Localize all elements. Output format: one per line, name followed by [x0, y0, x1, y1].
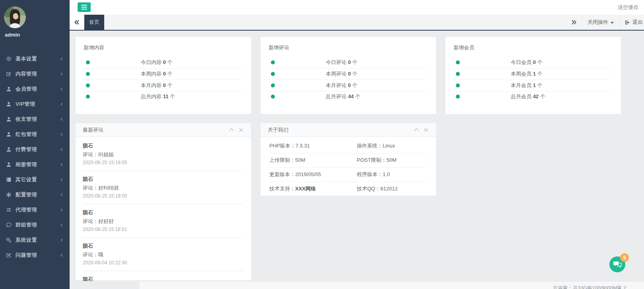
stat-row-text: 总共评论 44 个 [326, 93, 360, 100]
tab-bar: 首页 关闭操作 退出 [70, 15, 644, 31]
sidebar-item-5[interactable]: 红包管理 [0, 127, 70, 142]
collapse-button[interactable] [414, 128, 419, 132]
sidebar-item-12[interactable]: 系统设置 [0, 233, 70, 248]
sidebar-item-6[interactable]: 付费管理 [0, 142, 70, 157]
exchange-icon [6, 207, 12, 213]
sidebar-item-8[interactable]: 其它设置 [0, 172, 70, 187]
tab-home[interactable]: 首页 [84, 15, 104, 30]
stat-row-text: 本周评论 0 个 [326, 70, 357, 78]
sidebar-item-9[interactable]: 配置管理 [0, 187, 70, 202]
stat-row: 总共评论 44 个 [268, 91, 428, 103]
stat-row-text: 今日内容 0 个 [141, 59, 172, 66]
stat-row: 本周会员 1 个 [453, 68, 613, 80]
about-cell: 程序版本：1.0 [357, 171, 427, 178]
sidebar-item-10[interactable]: 代理管理 [0, 202, 70, 217]
green-dot [456, 95, 460, 99]
user-icon [6, 147, 12, 152]
close-button[interactable] [424, 128, 428, 132]
sidebar-item-label: 系统设置 [16, 237, 37, 244]
sidebar-item-13[interactable]: 问题管理 [0, 248, 70, 263]
panel-header: 最新评论 [76, 123, 251, 137]
edit-icon [6, 71, 12, 77]
logout-button[interactable]: 退出 [619, 15, 644, 30]
sidebar: admin 基本设置内容管理会员管理VIP管理收支管理红包管理付费管理相册管理其… [0, 0, 70, 289]
stat-card-members: 新增会员 今日会员 0 个本周会员 1 个本月会员 1 个总共会员 42 个 [446, 37, 621, 114]
avatar-image [4, 6, 26, 28]
chat-widget-button[interactable]: 5 [609, 256, 625, 272]
user-icon [6, 132, 12, 137]
sidebar-item-0[interactable]: 基本设置 [0, 51, 70, 66]
sidebar-item-label: VIP管理 [16, 101, 35, 108]
sidebar-nav: 基本设置内容管理会员管理VIP管理收支管理红包管理付费管理相册管理其它设置配置管… [0, 51, 70, 263]
close-icon [239, 128, 243, 132]
stat-row: 总共内容 11 个 [84, 91, 243, 103]
user-icon [6, 116, 12, 122]
sidebar-item-1[interactable]: 内容管理 [0, 66, 70, 81]
green-dot [271, 83, 275, 87]
comment-icon [6, 222, 12, 228]
chevron-left-icon [60, 87, 64, 91]
sidebar-item-label: 代理管理 [16, 206, 37, 213]
sidebar-item-7[interactable]: 相册管理 [0, 157, 70, 172]
about-panel: 关于我们 PHP版本：7.3.31操作系统：Linux上传限制：50MPOST限… [261, 123, 436, 196]
comment-text: 评论：好好好 [83, 218, 243, 225]
stat-row: 今日评论 0 个 [268, 57, 428, 68]
chat-icon [613, 260, 622, 268]
user-avatar[interactable] [4, 6, 26, 28]
chevron-left-icon [60, 57, 64, 61]
sidebar-item-2[interactable]: 会员管理 [0, 81, 70, 97]
comment-text: 评论：哦 [83, 251, 243, 258]
close-button[interactable] [239, 128, 243, 132]
stat-row: 总共会员 42 个 [453, 91, 613, 103]
panel-header: 关于我们 [261, 123, 436, 137]
stat-card-content: 新增内容 今日内容 0 个本周内容 0 个本月内容 0 个总共内容 11 个 [76, 37, 251, 114]
sidebar-item-3[interactable]: VIP管理 [0, 97, 70, 112]
panel-title: 最新评论 [83, 126, 103, 134]
asterisk-icon [6, 192, 12, 198]
scroll-tabs-left-button[interactable] [70, 15, 84, 30]
user-profile: admin [0, 0, 70, 38]
cogs-icon [6, 237, 12, 243]
double-chevron-right-icon [571, 20, 577, 25]
close-operations-dropdown[interactable]: 关闭操作 [582, 15, 619, 30]
about-row: PHP版本：7.3.31操作系统：Linux [269, 139, 427, 153]
stat-card-title: 新增评论 [268, 43, 428, 51]
sidebar-item-label: 基本设置 [16, 55, 37, 62]
stat-row: 本月会员 1 个 [453, 80, 613, 91]
stat-cards-row: 新增内容 今日内容 0 个本周内容 0 个本月内容 0 个总共内容 11 个 新… [76, 37, 638, 114]
comments-list: 陨石评论：叫姐姐2020-08-25 15:19:05陨石评论：好纠结就2020… [76, 137, 251, 281]
chevron-left-icon [60, 223, 64, 227]
about-cell: 上传限制：50M [269, 157, 357, 164]
sign-out-icon [625, 20, 630, 25]
about-row: 技术支持：XXX网络技术QQ：612012 [269, 182, 427, 196]
about-cell: 操作系统：Linux [357, 142, 427, 149]
comment-time: 2020-08-25 15:19:00 [83, 193, 243, 199]
about-cell: POST限制：50M [357, 157, 427, 164]
clear-cache-button[interactable]: 清空缓存 [618, 0, 638, 15]
sidebar-item-4[interactable]: 收支管理 [0, 112, 70, 127]
comments-panel: 最新评论 陨石评论：叫姐姐2020-08-25 15:19:05陨石评论：好纠结… [76, 123, 251, 280]
comment-item: 陨石评论：叫姐姐2020-08-25 15:19:05 [83, 138, 243, 171]
comment-time: 2020-08-25 15:18:51 [83, 227, 243, 232]
chevron-left-icon [60, 163, 64, 167]
stat-row: 今日会员 0 个 [453, 57, 613, 68]
green-dot [456, 72, 460, 76]
about-cell: 技术支持：XXX网络 [269, 185, 357, 192]
about-row: 更新版本：2019/05/05程序版本：1.0 [269, 168, 427, 182]
chevron-left-icon [60, 102, 64, 106]
chevron-left-icon [60, 178, 64, 182]
stat-row-text: 今日评论 0 个 [326, 59, 357, 66]
scroll-tabs-right-button[interactable] [566, 15, 582, 30]
chevron-left-icon [60, 132, 64, 136]
collapse-button[interactable] [229, 128, 234, 132]
footer-stats: 总容量：共10G每100/9000M量 2 [553, 285, 626, 289]
chevron-up-icon [414, 128, 419, 131]
gear-icon [6, 56, 12, 62]
chevron-left-icon [60, 253, 64, 257]
sidebar-item-label: 红包管理 [16, 131, 37, 138]
menu-toggle-button[interactable] [78, 2, 91, 12]
green-dot [86, 60, 90, 64]
comment-author: 陨石 [83, 276, 243, 281]
green-dot [86, 72, 90, 76]
sidebar-item-11[interactable]: 群组管理 [0, 217, 70, 233]
